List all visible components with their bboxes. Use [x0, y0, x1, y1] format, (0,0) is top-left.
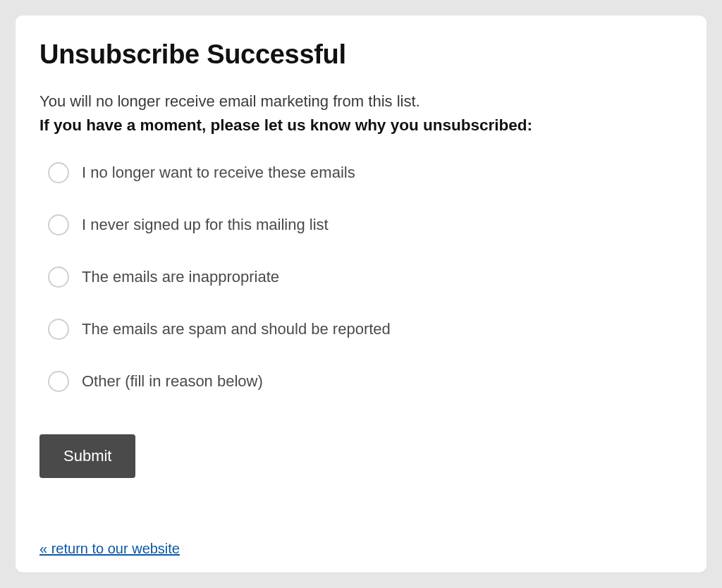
radio-icon [48, 267, 69, 288]
radio-icon [48, 319, 69, 340]
feedback-prompt: If you have a moment, please let us know… [39, 114, 683, 137]
reason-option-label: I no longer want to receive these emails [82, 164, 355, 182]
radio-icon [48, 162, 69, 183]
reason-option-other[interactable]: Other (fill in reason below) [48, 371, 683, 392]
radio-icon [48, 371, 69, 392]
radio-icon [48, 214, 69, 235]
page-title: Unsubscribe Successful [39, 39, 683, 70]
reason-option-label: I never signed up for this mailing list [82, 216, 329, 234]
reason-options: I no longer want to receive these emails… [39, 162, 683, 392]
reason-option-no-longer-want[interactable]: I no longer want to receive these emails [48, 162, 683, 183]
reason-option-label: The emails are inappropriate [82, 268, 279, 286]
reason-option-never-signed-up[interactable]: I never signed up for this mailing list [48, 214, 683, 235]
reason-option-label: Other (fill in reason below) [82, 372, 263, 391]
unsubscribe-card: Unsubscribe Successful You will no longe… [16, 16, 706, 572]
confirmation-text: You will no longer receive email marketi… [39, 90, 683, 113]
return-to-website-link[interactable]: « return to our website [39, 541, 180, 557]
reason-option-label: The emails are spam and should be report… [82, 320, 391, 338]
reason-option-spam[interactable]: The emails are spam and should be report… [48, 319, 683, 340]
reason-option-inappropriate[interactable]: The emails are inappropriate [48, 267, 683, 288]
submit-button[interactable]: Submit [39, 434, 135, 478]
